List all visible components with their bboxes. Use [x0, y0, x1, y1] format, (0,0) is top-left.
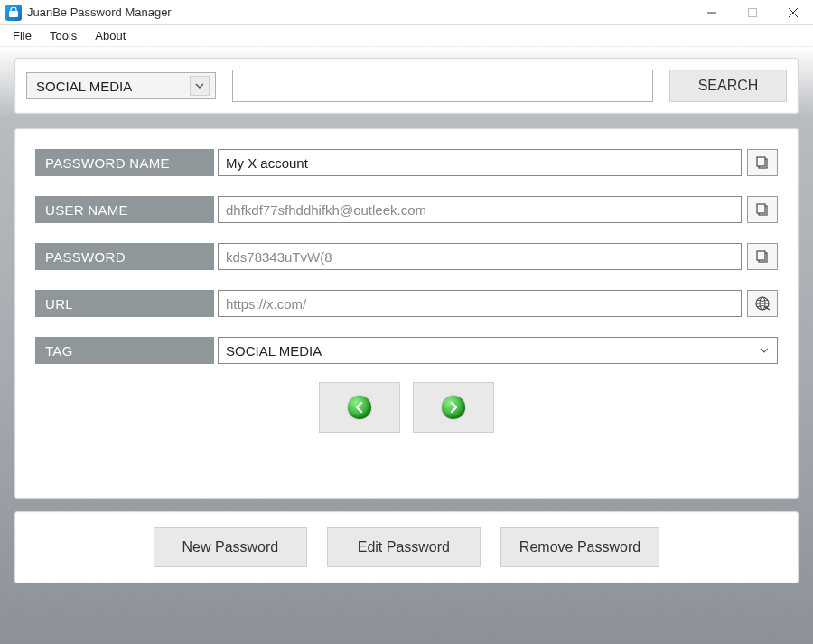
row-url: URL https://x.com/: [35, 290, 778, 317]
copy-icon: [755, 249, 770, 264]
label-url: URL: [35, 290, 214, 317]
remove-password-button[interactable]: Remove Password: [500, 527, 659, 567]
search-input[interactable]: [232, 70, 653, 102]
category-select[interactable]: SOCIAL MEDIA: [26, 72, 216, 99]
menu-bar: File Tools About: [0, 25, 813, 47]
label-user-name: USER NAME: [35, 196, 214, 223]
title-bar: JuanBe Password Manager: [0, 0, 813, 25]
open-url-button[interactable]: [747, 290, 778, 317]
window-close-button[interactable]: [772, 0, 813, 25]
user-name-field[interactable]: dhfkdf77sfhddhifkh@outleek.com: [218, 196, 742, 223]
new-password-button[interactable]: New Password: [154, 527, 307, 567]
tag-select[interactable]: SOCIAL MEDIA: [218, 337, 778, 364]
row-password-name: PASSWORD NAME My X account: [35, 149, 778, 176]
label-tag: TAG: [35, 337, 214, 364]
detail-panel: PASSWORD NAME My X account USER NAME dhf…: [14, 128, 799, 499]
arrow-right-icon: [442, 396, 465, 419]
url-field[interactable]: https://x.com/: [218, 290, 742, 317]
password-name-field[interactable]: My X account: [218, 149, 742, 176]
svg-rect-2: [748, 8, 756, 16]
label-password-name: PASSWORD NAME: [35, 149, 214, 176]
search-panel: SOCIAL MEDIA SEARCH: [14, 58, 799, 114]
window-maximize-button[interactable]: [732, 0, 772, 25]
window-title: JuanBe Password Manager: [27, 5, 172, 19]
prev-record-button[interactable]: [319, 382, 400, 433]
label-password: PASSWORD: [35, 243, 214, 270]
new-password-label: New Password: [182, 539, 279, 555]
svg-rect-8: [757, 204, 765, 213]
copy-icon: [755, 155, 770, 170]
menu-about[interactable]: About: [86, 27, 135, 44]
svg-rect-6: [757, 157, 765, 166]
globe-icon: [754, 295, 771, 312]
tag-select-value: SOCIAL MEDIA: [226, 343, 322, 359]
edit-password-button[interactable]: Edit Password: [327, 527, 481, 567]
actions-panel: New Password Edit Password Remove Passwo…: [14, 511, 799, 583]
next-record-button[interactable]: [413, 382, 494, 433]
nav-arrows: [35, 382, 778, 433]
app-icon: [5, 5, 22, 21]
edit-password-label: Edit Password: [358, 539, 450, 555]
search-button-label: SEARCH: [698, 78, 759, 94]
copy-password-name-button[interactable]: [747, 149, 778, 176]
arrow-left-icon: [348, 396, 371, 419]
chevron-down-icon: [755, 341, 773, 359]
row-password: PASSWORD kds78343uTvW(8: [35, 243, 778, 270]
copy-icon: [755, 202, 770, 217]
row-tag: TAG SOCIAL MEDIA: [35, 337, 778, 364]
menu-tools[interactable]: Tools: [41, 27, 86, 44]
chevron-down-icon: [190, 76, 210, 96]
svg-rect-0: [9, 11, 18, 17]
copy-password-button[interactable]: [747, 243, 778, 270]
remove-password-label: Remove Password: [519, 539, 640, 555]
window-minimize-button[interactable]: [691, 0, 732, 25]
client-area: SOCIAL MEDIA SEARCH PASSWORD NAME My X a…: [0, 47, 813, 644]
password-field[interactable]: kds78343uTvW(8: [218, 243, 742, 270]
svg-rect-10: [757, 251, 765, 260]
search-button[interactable]: SEARCH: [669, 70, 787, 102]
category-select-value: SOCIAL MEDIA: [36, 79, 132, 94]
menu-file[interactable]: File: [4, 27, 41, 44]
row-user-name: USER NAME dhfkdf77sfhddhifkh@outleek.com: [35, 196, 778, 223]
copy-user-name-button[interactable]: [747, 196, 778, 223]
